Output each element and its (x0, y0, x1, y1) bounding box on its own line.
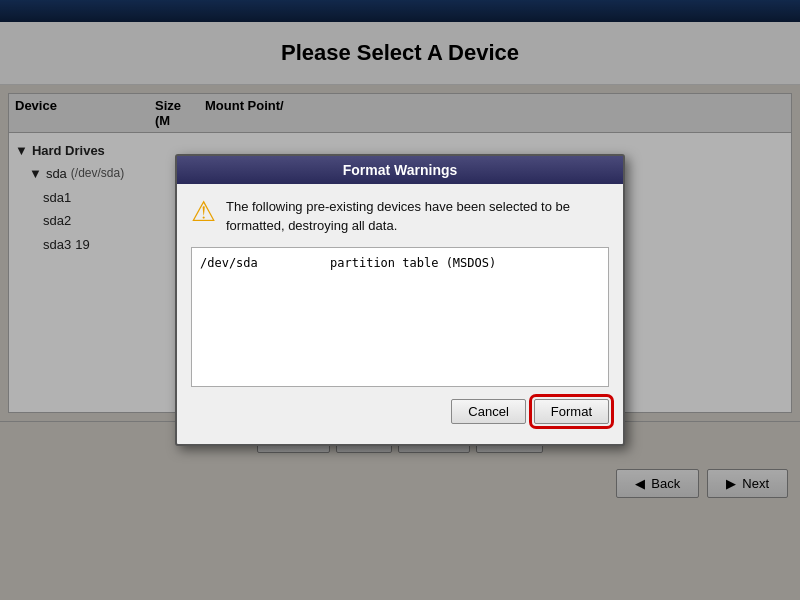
modal-warning-row: ⚠ The following pre-existing devices hav… (191, 198, 609, 234)
modal-footer: Cancel Format (191, 399, 609, 430)
modal-warning-text: The following pre-existing devices have … (226, 198, 609, 234)
list-item-device: /dev/sda (200, 256, 258, 270)
list-item-description: partition table (MSDOS) (330, 256, 496, 270)
modal-body: ⚠ The following pre-existing devices hav… (177, 184, 623, 443)
modal-title: Format Warnings (343, 162, 458, 178)
cancel-button[interactable]: Cancel (451, 399, 525, 424)
format-button[interactable]: Format (534, 399, 609, 424)
modal-titlebar: Format Warnings (177, 156, 623, 184)
modal-device-list: /dev/sda partition table (MSDOS) (191, 247, 609, 387)
format-warnings-modal: Format Warnings ⚠ The following pre-exis… (175, 154, 625, 445)
list-item: /dev/sda partition table (MSDOS) (200, 254, 600, 272)
warning-triangle-icon: ⚠ (191, 198, 216, 226)
modal-overlay: Format Warnings ⚠ The following pre-exis… (0, 0, 800, 600)
